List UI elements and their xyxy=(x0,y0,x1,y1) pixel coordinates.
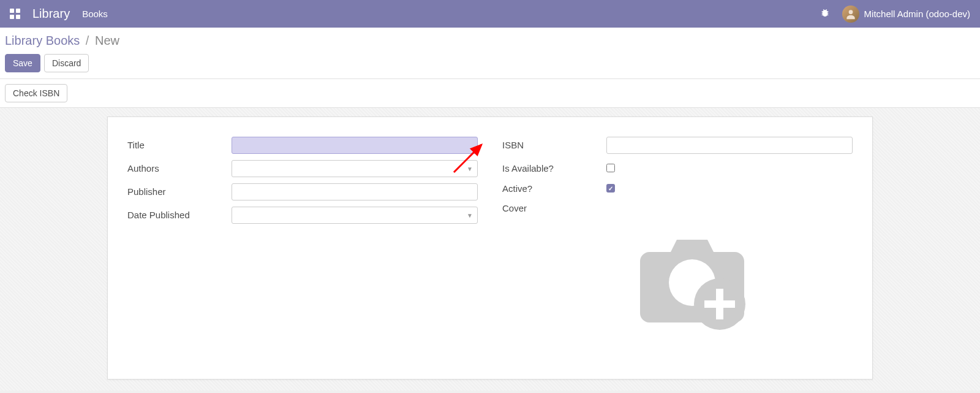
is-available-checkbox[interactable] xyxy=(606,164,615,172)
app-title[interactable]: Library xyxy=(32,7,70,21)
user-menu[interactable]: Mitchell Admin (odoo-dev) xyxy=(842,6,970,23)
publisher-input[interactable] xyxy=(232,183,478,200)
field-row-isbn: ISBN xyxy=(502,137,853,154)
title-input[interactable] xyxy=(232,137,478,154)
svg-point-0 xyxy=(848,10,853,14)
title-label: Title xyxy=(127,137,232,150)
user-avatar-icon xyxy=(842,6,859,23)
active-label: Active? xyxy=(502,180,606,194)
form-buttons: Save Discard xyxy=(5,54,975,72)
form-sheet: Title Authors ▼ Publisher xyxy=(107,116,873,380)
user-name-label: Mitchell Admin (odoo-dev) xyxy=(864,9,970,19)
debug-icon[interactable] xyxy=(820,8,830,20)
cover-image-upload[interactable] xyxy=(606,206,778,353)
field-row-authors: Authors ▼ xyxy=(127,160,478,177)
active-checkbox[interactable] xyxy=(606,184,615,193)
authors-input[interactable] xyxy=(232,160,478,177)
check-isbn-button[interactable]: Check ISBN xyxy=(5,84,67,102)
breadcrumb-parent[interactable]: Library Books xyxy=(5,34,80,47)
action-bar: Check ISBN xyxy=(0,79,980,108)
breadcrumb: Library Books / New xyxy=(5,34,975,48)
isbn-input[interactable] xyxy=(606,137,853,154)
top-navbar: Library Books Mitchell Admin (odoo-dev) xyxy=(0,0,980,28)
publisher-label: Publisher xyxy=(127,183,232,197)
discard-button[interactable]: Discard xyxy=(44,54,89,72)
breadcrumb-current: New xyxy=(95,34,119,47)
control-panel: Library Books / New Save Discard xyxy=(0,28,980,79)
menu-books[interactable]: Books xyxy=(82,9,108,19)
cover-label: Cover xyxy=(502,200,606,213)
date-published-input[interactable] xyxy=(232,207,478,224)
navbar-left: Library Books xyxy=(10,7,108,21)
isbn-label: ISBN xyxy=(502,137,606,150)
camera-add-icon xyxy=(625,218,760,341)
is-available-label: Is Available? xyxy=(502,160,606,174)
save-button[interactable]: Save xyxy=(5,54,40,72)
field-row-date-published: Date Published ▼ xyxy=(127,207,478,224)
field-row-cover: Cover xyxy=(502,200,853,353)
date-published-label: Date Published xyxy=(127,207,232,220)
field-row-active: Active? xyxy=(502,180,853,194)
main-area: Title Authors ▼ Publisher xyxy=(0,108,980,391)
form-column-left: Title Authors ▼ Publisher xyxy=(127,137,478,359)
field-row-title: Title xyxy=(127,137,478,154)
field-row-publisher: Publisher xyxy=(127,183,478,200)
breadcrumb-separator: / xyxy=(86,34,89,47)
field-row-is-available: Is Available? xyxy=(502,160,853,174)
apps-menu-icon[interactable] xyxy=(10,9,20,19)
authors-label: Authors xyxy=(127,160,232,174)
form-columns: Title Authors ▼ Publisher xyxy=(127,137,853,359)
svg-rect-4 xyxy=(704,300,735,308)
navbar-right: Mitchell Admin (odoo-dev) xyxy=(820,6,970,23)
form-column-right: ISBN Is Available? Active? xyxy=(502,137,853,359)
